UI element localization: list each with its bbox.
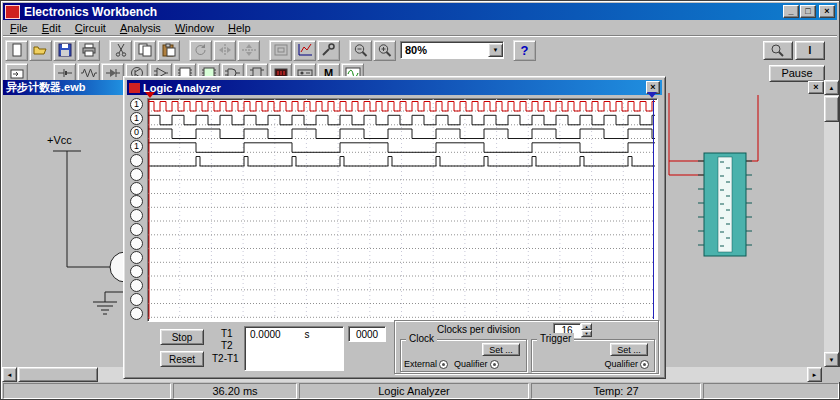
pause-button[interactable]: Pause <box>769 65 825 82</box>
channel-indicator-10 <box>130 223 143 236</box>
vertical-scrollbar[interactable]: ▲ ▼ <box>824 80 839 367</box>
document-close-button[interactable]: × <box>808 81 824 94</box>
scissors-icon <box>113 43 129 57</box>
counter-ic-component[interactable] <box>698 153 752 256</box>
reset-button[interactable]: Reset <box>160 351 204 367</box>
print-button[interactable] <box>77 40 100 61</box>
paste-button[interactable] <box>157 40 180 61</box>
time-value: 0.0000 <box>250 329 281 340</box>
menu-help[interactable]: Help <box>221 21 258 35</box>
t2-cursor-marker[interactable] <box>647 92 657 98</box>
zoom-select[interactable]: 80% ▼ <box>400 41 504 59</box>
logic-analyzer-titlebar[interactable]: Logic Analyzer × <box>127 80 662 95</box>
trigger-qualifier-radio[interactable] <box>640 360 649 369</box>
cut-button[interactable] <box>109 40 132 61</box>
maximize-button[interactable]: □ <box>800 5 816 18</box>
component-properties-button[interactable] <box>317 40 340 61</box>
save-button[interactable] <box>53 40 76 61</box>
scroll-down-icon: ▼ <box>829 357 835 363</box>
scroll-down-button[interactable]: ▼ <box>824 352 839 367</box>
zoom-in-icon <box>377 43 393 57</box>
battery-icon <box>57 66 73 80</box>
flip-horizontal-button[interactable] <box>213 40 236 61</box>
save-disk-icon <box>57 43 73 57</box>
create-subcircuit-button[interactable] <box>269 40 292 61</box>
help-button[interactable]: ? <box>513 40 536 61</box>
clock-set-button[interactable]: Set ... <box>482 343 520 356</box>
scroll-right-button[interactable]: ► <box>807 367 822 382</box>
zoom-out-button[interactable] <box>349 40 372 61</box>
vcc-wire <box>53 151 110 267</box>
dropdown-icon[interactable]: ▼ <box>488 43 503 57</box>
channel-indicator-15 <box>130 293 143 306</box>
copy-button[interactable] <box>133 40 156 61</box>
logic-analyzer-title: Logic Analyzer <box>143 82 645 94</box>
channel-indicator-6 <box>130 168 143 181</box>
menu-window[interactable]: Window <box>168 21 221 35</box>
minimize-button[interactable]: _ <box>783 5 799 18</box>
trigger-set-button[interactable]: Set ... <box>610 343 648 356</box>
power-switch-button[interactable]: I <box>795 41 825 60</box>
open-button[interactable] <box>29 40 52 61</box>
status-panel-right <box>703 383 839 399</box>
t1-label: T1 <box>221 328 233 339</box>
scroll-left-button[interactable]: ◄ <box>2 367 17 382</box>
zoom-tool-button[interactable] <box>763 41 793 60</box>
clocks-per-division-label: Clocks per division <box>437 324 520 335</box>
rotate-button[interactable] <box>189 40 212 61</box>
app-titlebar: Electronics Workbench _ □ × <box>3 3 837 20</box>
trigger-group-label: Trigger <box>537 333 574 344</box>
t1-cursor-marker[interactable] <box>145 92 155 98</box>
channel-indicator-3: 0 <box>130 126 143 139</box>
spin-up-icon: ▲ <box>585 324 589 329</box>
external-radio[interactable] <box>439 360 448 369</box>
clipboard-icon <box>161 43 177 57</box>
magnifier-icon <box>770 43 786 57</box>
channel-indicator-16 <box>130 307 143 320</box>
app-window: Electronics Workbench _ □ × FileEditCirc… <box>0 0 840 400</box>
channel-indicator-7 <box>130 182 143 195</box>
trigger-qualifier-label: Qualifier <box>604 359 638 369</box>
ground-symbol[interactable] <box>93 282 125 314</box>
copy-icon <box>137 43 153 57</box>
diode-icon <box>105 66 121 80</box>
display-graphs-button[interactable] <box>293 40 316 61</box>
new-button[interactable] <box>5 40 28 61</box>
t2-label: T2 <box>221 340 233 351</box>
scroll-up-button[interactable]: ▲ <box>824 80 839 95</box>
menu-file[interactable]: File <box>3 21 35 35</box>
t2t1-label: T2-T1 <box>212 353 239 364</box>
graphs-icon <box>297 43 313 57</box>
channel-indicator-4: 1 <box>130 140 143 153</box>
close-button[interactable]: × <box>819 5 835 18</box>
horizontal-scroll-thumb[interactable] <box>18 367 98 382</box>
scroll-up-icon: ▲ <box>829 85 835 91</box>
zoom-in-button[interactable] <box>373 40 396 61</box>
channel-indicator-11 <box>130 237 143 250</box>
main-toolbar: 80% ▼ ? I <box>3 38 837 62</box>
logic-analyzer-window: Logic Analyzer × 1101 Stop Reset T1 T2 T… <box>123 76 666 379</box>
spin-down-button[interactable]: ▼ <box>581 330 592 337</box>
stop-button[interactable]: Stop <box>160 329 204 345</box>
menu-analysis[interactable]: Analysis <box>113 21 168 35</box>
status-instrument: Logic Analyzer <box>299 383 529 399</box>
menu-circuit[interactable]: Circuit <box>68 21 113 35</box>
flip-vertical-icon <box>241 43 257 57</box>
document-title: 异步计数器.ewb <box>6 81 85 93</box>
status-temperature: Temp: 27 <box>531 383 701 399</box>
clock-qualifier-radio[interactable] <box>490 360 499 369</box>
waveform-display[interactable] <box>147 98 658 322</box>
trigger-group: Trigger Set ... Qualifier <box>531 339 655 372</box>
toolbar-separator <box>261 40 268 61</box>
channel-indicator-12 <box>130 251 143 264</box>
channel-indicator-14 <box>130 279 143 292</box>
vertical-scroll-thumb[interactable] <box>824 96 839 122</box>
clock-set-label: Set ... <box>489 345 513 355</box>
menu-edit[interactable]: Edit <box>35 21 68 35</box>
app-title: Electronics Workbench <box>24 5 782 19</box>
pause-label: Pause <box>781 67 812 79</box>
flip-vertical-button[interactable] <box>237 40 260 61</box>
spin-up-button[interactable]: ▲ <box>581 323 592 330</box>
clock-group: Clock Set ... External Qualifier <box>400 339 527 372</box>
toolbar-separator <box>101 40 108 61</box>
